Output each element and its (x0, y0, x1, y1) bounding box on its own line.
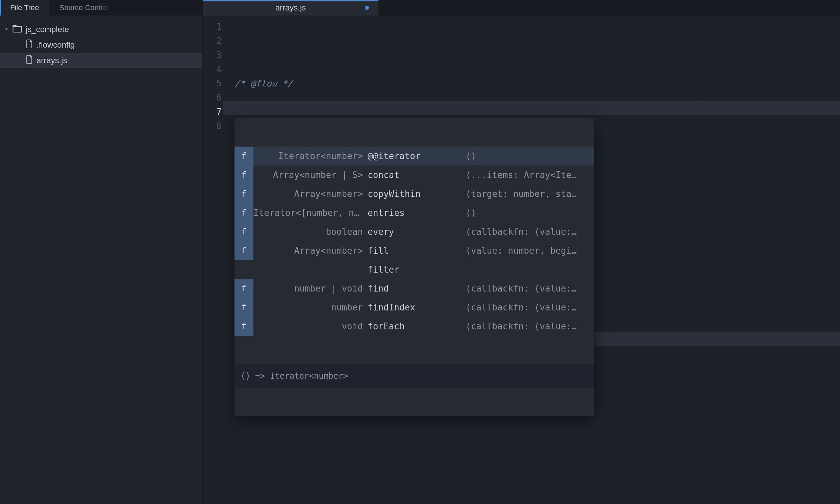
autocomplete-item[interactable]: fArray<number | S>concat(...items: Array… (234, 165, 594, 184)
chevron-down-icon (4, 27, 9, 32)
gutter: 1 2 3 4 5 6 7 8 (203, 16, 223, 504)
function-icon: f (234, 147, 253, 165)
modified-dot-icon (365, 6, 369, 10)
autocomplete-return-type: void (253, 319, 368, 334)
autocomplete-return-type: Array<number> (253, 187, 368, 201)
autocomplete-item[interactable]: fArray<number>copyWithin(target: number,… (234, 184, 594, 203)
sidebar: File Tree Source Control js_complete (0, 0, 203, 504)
file-icon (26, 55, 33, 66)
autocomplete-name: copyWithin (368, 187, 466, 201)
autocomplete-params: (callbackfn: (value:… (466, 300, 594, 314)
line-number[interactable]: 6 (203, 91, 223, 105)
editor-tab-arrays[interactable]: arrays.js (203, 0, 378, 16)
file-tree: js_complete .flowconfig arrays.js (0, 16, 202, 68)
autocomplete-name: every (368, 224, 466, 239)
line-number[interactable]: 5 (203, 76, 223, 91)
autocomplete-params: () (466, 149, 594, 163)
line-number[interactable]: 2 (203, 34, 223, 48)
code-line[interactable]: /* @flow */ (234, 76, 840, 91)
autocomplete-params: (value: number, begi… (466, 244, 594, 258)
autocomplete-name: entries (368, 206, 466, 220)
line-number[interactable]: 1 (203, 20, 223, 34)
sidebar-tab-label: Source Control (59, 3, 109, 12)
autocomplete-params: (callbackfn: (value:… (466, 282, 594, 295)
code-area[interactable]: /* @flow */ var utils = require('./utils… (223, 16, 840, 504)
autocomplete-return-type: number (253, 300, 368, 314)
editor-body[interactable]: 1 2 3 4 5 6 7 8 /* @flow */ var utils = … (203, 16, 840, 504)
autocomplete-params: (...items: Array<Ite… (466, 168, 594, 182)
app-root: File Tree Source Control js_complete (0, 0, 840, 504)
function-icon: f (234, 241, 253, 260)
tree-file-flowconfig[interactable]: .flowconfig (0, 37, 202, 53)
tree-folder-name: js_complete (26, 25, 69, 34)
function-icon: f (234, 184, 253, 203)
autocomplete-item[interactable]: fnumber | voidfind(callbackfn: (value:… (234, 279, 594, 298)
autocomplete-params: (callbackfn: (value:… (466, 319, 594, 334)
tree-file-name: .flowconfig (36, 40, 75, 50)
file-icon (26, 39, 33, 50)
editor-tab-filename: arrays.js (275, 3, 306, 13)
autocomplete-params: (callbackfn: (value:… (466, 224, 594, 239)
sidebar-tab-file-tree[interactable]: File Tree (0, 0, 49, 16)
autocomplete-name: fill (368, 244, 466, 258)
function-icon: f (234, 203, 253, 222)
autocomplete-return-type: Iterator<[number, nu… (253, 206, 368, 220)
autocomplete-signature: () => Iterator<number> (234, 364, 594, 388)
autocomplete-name: findIndex (368, 300, 466, 314)
autocomplete-item[interactable]: filter (234, 260, 594, 279)
autocomplete-item[interactable]: fIterator<number>@@iterator() (234, 147, 594, 165)
autocomplete-return-type: Array<number | S> (253, 168, 368, 182)
tree-folder-root[interactable]: js_complete (0, 22, 202, 37)
autocomplete-item[interactable]: fArray<number>fill(value: number, begi… (234, 241, 594, 260)
autocomplete-return-type: boolean (253, 224, 368, 239)
function-icon (234, 260, 253, 279)
autocomplete-return-type: number | void (253, 282, 368, 295)
line-number[interactable]: 3 (203, 48, 223, 62)
sidebar-tabs: File Tree Source Control (0, 0, 202, 16)
autocomplete-return-type: Iterator<number> (253, 149, 368, 163)
tree-file-name: arrays.js (36, 56, 67, 65)
autocomplete-name: forEach (368, 319, 466, 334)
function-icon: f (234, 165, 253, 184)
line-number[interactable]: 4 (203, 62, 223, 76)
editor-pane: arrays.js 1 2 3 4 5 6 7 8 /* @flow */ va… (203, 0, 840, 504)
function-icon: f (234, 298, 253, 317)
autocomplete-name: filter (368, 263, 466, 277)
line-number[interactable]: 8 (203, 119, 223, 133)
sidebar-tab-label: File Tree (10, 3, 39, 12)
autocomplete-name: @@iterator (368, 149, 466, 163)
line-number[interactable]: 7 (203, 105, 223, 119)
autocomplete-name: concat (368, 168, 466, 182)
function-icon: f (234, 279, 253, 298)
folder-icon (12, 24, 22, 35)
autocomplete-return-type: Array<number> (253, 244, 368, 258)
autocomplete-item[interactable]: fvoidforEach(callbackfn: (value:… (234, 317, 594, 336)
autocomplete-params: (target: number, sta… (466, 187, 594, 201)
sidebar-tab-source-control[interactable]: Source Control (49, 0, 113, 16)
function-icon: f (234, 222, 253, 241)
editor-tabs: arrays.js (203, 0, 840, 16)
tree-file-arrays[interactable]: arrays.js (0, 53, 202, 68)
autocomplete-popup: fIterator<number>@@iterator()fArray<numb… (234, 118, 594, 416)
autocomplete-item[interactable]: fIterator<[number, nu…entries() (234, 203, 594, 222)
autocomplete-params: () (466, 206, 594, 220)
autocomplete-item[interactable]: fbooleanevery(callbackfn: (value:… (234, 222, 594, 241)
function-icon: f (234, 317, 253, 336)
active-line-highlight (223, 101, 840, 115)
autocomplete-name: find (368, 282, 466, 295)
autocomplete-item[interactable]: fnumberfindIndex(callbackfn: (value:… (234, 298, 594, 317)
